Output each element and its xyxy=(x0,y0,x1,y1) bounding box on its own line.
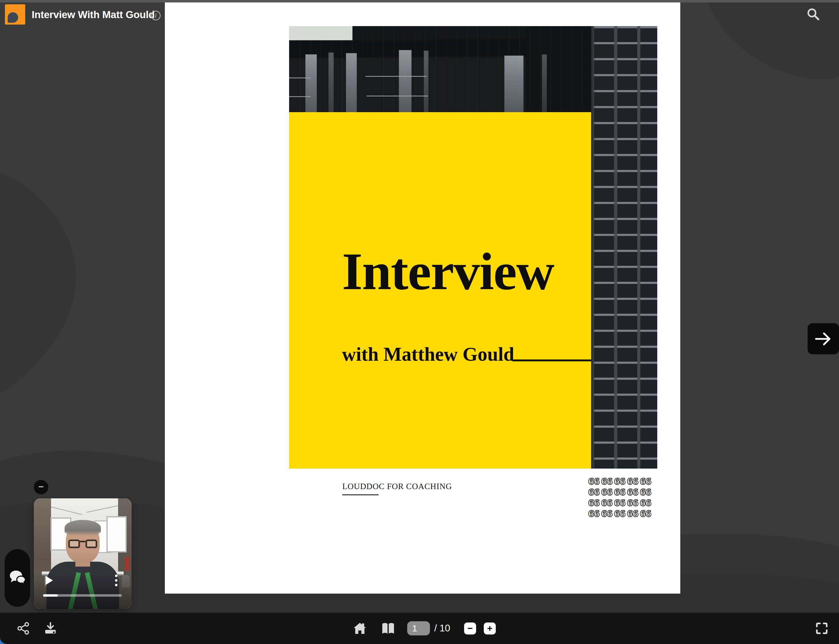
document-footer-text: LOUDDOC FOR COACHING xyxy=(342,482,452,491)
cover-photo-tower-strip xyxy=(591,26,657,468)
video-scene xyxy=(34,498,132,609)
quote-mark: 66 xyxy=(601,487,614,498)
download-button[interactable] xyxy=(44,621,57,635)
fullscreen-icon xyxy=(815,621,829,635)
app-logo[interactable] xyxy=(5,4,25,25)
speech-bubble-logo-icon xyxy=(8,12,18,23)
pages-overview-button[interactable] xyxy=(381,621,395,636)
share-icon xyxy=(16,621,30,635)
quote-mark: 66 xyxy=(614,509,627,519)
download-icon xyxy=(44,621,57,635)
kebab-dot xyxy=(115,575,117,577)
cover-yellow-panel: Interview with Matthew Gould xyxy=(289,112,591,468)
quote-mark: 66 xyxy=(627,476,640,487)
quote-mark: 66 xyxy=(601,498,614,509)
minus-icon: − xyxy=(38,481,44,491)
quote-marks-grid: 66 66 66 66 66 66 66 66 66 66 66 66 66 6… xyxy=(588,476,653,519)
video-minimize-button[interactable]: − xyxy=(34,480,48,495)
quote-mark: 66 xyxy=(588,498,601,509)
presenter-face xyxy=(66,522,100,563)
page-total-label: / 10 xyxy=(434,621,450,636)
video-progress-bar[interactable] xyxy=(43,594,122,597)
quote-mark: 66 xyxy=(640,498,653,509)
info-icon: i xyxy=(155,12,157,19)
document-footer: LOUDDOC FOR COACHING xyxy=(342,482,452,495)
footer-underline xyxy=(342,495,379,495)
home-icon xyxy=(353,621,367,636)
quote-mark: 66 xyxy=(640,487,653,498)
chat-bubbles-icon xyxy=(8,570,26,586)
video-options-button[interactable] xyxy=(115,575,117,586)
quote-mark: 66 xyxy=(588,487,601,498)
share-button[interactable] xyxy=(16,621,30,635)
quote-mark: 66 xyxy=(614,476,627,487)
quote-mark: 66 xyxy=(601,476,614,487)
page-number-input[interactable] xyxy=(407,621,430,636)
zoom-in-button[interactable]: + xyxy=(484,623,496,634)
play-button[interactable] xyxy=(46,576,53,585)
quote-mark: 66 xyxy=(627,487,640,498)
home-button[interactable] xyxy=(353,621,367,636)
quote-mark: 66 xyxy=(588,476,601,487)
arrow-right-icon xyxy=(814,332,832,346)
quote-mark: 66 xyxy=(640,476,653,487)
quote-mark: 66 xyxy=(601,509,614,519)
fullscreen-button[interactable] xyxy=(815,621,829,635)
quote-mark: 66 xyxy=(627,509,640,519)
quote-mark: 66 xyxy=(627,498,640,509)
document-page: Interview with Matthew Gould LOUDDOC FOR… xyxy=(165,2,680,594)
search-button[interactable] xyxy=(806,7,821,21)
next-page-button[interactable] xyxy=(808,323,839,354)
cover-photo-buildings xyxy=(289,26,591,112)
search-icon xyxy=(806,7,821,21)
zoom-out-button[interactable]: − xyxy=(464,623,476,634)
video-progress-fill xyxy=(43,594,58,597)
page-title: Interview With Matt Gould xyxy=(32,0,155,30)
document-subtitle-row: with Matthew Gould xyxy=(342,343,591,366)
info-button[interactable]: i xyxy=(151,11,160,20)
chat-panel-button[interactable] xyxy=(5,549,30,607)
document-subtitle: with Matthew Gould xyxy=(342,343,514,366)
quote-mark: 66 xyxy=(588,509,601,519)
presenter-video-thumbnail[interactable] xyxy=(34,498,132,609)
document-title: Interview xyxy=(342,241,554,302)
quote-mark: 66 xyxy=(640,509,653,519)
open-book-icon xyxy=(381,621,395,636)
subtitle-rule-line xyxy=(513,360,591,361)
quote-mark: 66 xyxy=(614,498,627,509)
quote-mark: 66 xyxy=(614,487,627,498)
glasses xyxy=(68,539,97,548)
